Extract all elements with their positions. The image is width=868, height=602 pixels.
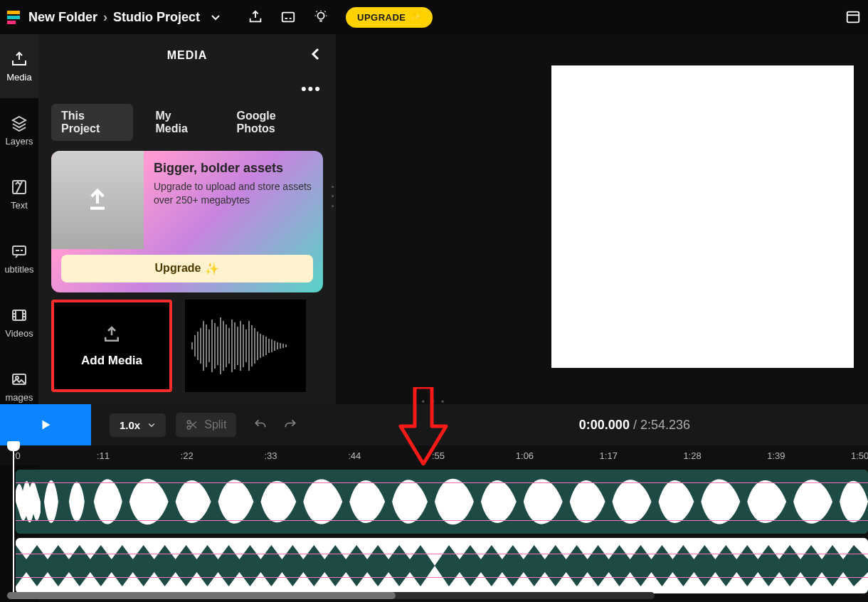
rail-label: ubtitles [4, 264, 33, 275]
app-logo [7, 11, 20, 24]
promo-thumbnail [51, 151, 144, 249]
audio-track-1[interactable] [16, 470, 868, 534]
rail-label: mages [5, 392, 33, 403]
promo-body: Upgrade to upload and store assets over … [154, 180, 313, 207]
upgrade-button[interactable]: UPGRADE ✨ [346, 7, 433, 28]
chevron-right-icon: › [103, 10, 107, 25]
breadcrumb[interactable]: New Folder › Studio Project [28, 10, 221, 25]
audio-track-2[interactable] [16, 538, 868, 593]
tab-this-project[interactable]: This Project [51, 104, 133, 141]
breadcrumb-project[interactable]: Studio Project [113, 10, 200, 25]
playback-speed[interactable]: 1.0x [110, 413, 166, 437]
chevron-down-icon[interactable] [210, 11, 221, 23]
top-actions: UPGRADE ✨ [248, 7, 433, 28]
media-tabs: This Project My Media Google Photos [38, 104, 336, 151]
time-total: 2:54.236 [640, 418, 690, 432]
panel-header: MEDIA [38, 34, 336, 77]
split-label: Split [204, 418, 226, 431]
ruler-tick: :33 [264, 450, 277, 461]
rail-item-videos[interactable]: Videos [0, 290, 38, 354]
timeline-tracks [0, 465, 868, 598]
ruler-tick: :11 [97, 450, 110, 461]
sparkle-icon: ✨ [411, 12, 422, 22]
svg-rect-0 [282, 13, 295, 22]
ruler-tick: 1:39 [767, 450, 785, 461]
ruler-tick: 1:28 [683, 450, 701, 461]
rail-label: Media [6, 72, 31, 83]
add-media-label: Add Media [81, 354, 142, 368]
time-current: 0:00.000 [579, 418, 630, 432]
sparkle-icon: ✨ [205, 262, 219, 275]
more-menu-icon[interactable]: ••• [301, 80, 322, 98]
ruler-tick: 1:06 [516, 450, 534, 461]
lightbulb-icon[interactable] [313, 9, 329, 25]
scrollbar-thumb[interactable] [7, 592, 396, 599]
upgrade-label: UPGRADE [357, 12, 406, 23]
tab-my-media[interactable]: My Media [146, 104, 214, 141]
rail-item-subtitles[interactable]: ubtitles [0, 226, 38, 290]
svg-point-43 [187, 426, 191, 430]
annotation-arrow [395, 387, 452, 465]
promo-heading: Bigger, bolder assets [154, 161, 313, 176]
media-grid: Add Media [38, 300, 336, 392]
rail-label: Videos [5, 328, 33, 339]
export-icon[interactable] [248, 9, 263, 25]
ruler-tick: :22 [181, 450, 194, 461]
ruler-tick: 1:50 [851, 450, 868, 461]
add-media-tile[interactable]: Add Media [51, 300, 172, 392]
ruler-tick: :44 [348, 450, 361, 461]
upgrade-promo: Bigger, bolder assets Upgrade to upload … [51, 151, 323, 292]
collapse-icon[interactable] [309, 47, 323, 61]
redo-icon[interactable] [283, 418, 297, 432]
rail-item-media[interactable]: Media [0, 34, 38, 98]
split-button[interactable]: Split [176, 413, 236, 437]
top-bar: New Folder › Studio Project UPGRADE ✨ [0, 0, 868, 34]
panel-resize-handle[interactable] [330, 182, 336, 211]
svg-rect-2 [847, 12, 859, 23]
svg-point-42 [187, 421, 191, 424]
tab-google-photos[interactable]: Google Photos [227, 104, 323, 141]
rail-label: Layers [5, 136, 33, 147]
caption-icon[interactable] [280, 9, 296, 25]
horizontal-scrollbar[interactable] [7, 592, 655, 599]
timecode: 0:00.000 / 2:54.236 [579, 418, 690, 433]
undo-icon[interactable] [253, 418, 268, 432]
panel-title: MEDIA [167, 49, 208, 62]
play-button[interactable] [0, 404, 91, 445]
panel-icon[interactable] [845, 9, 861, 25]
audio-thumbnail[interactable] [185, 300, 306, 392]
rail-item-layers[interactable]: Layers [0, 98, 38, 162]
ruler-tick: 1:17 [600, 450, 618, 461]
svg-rect-5 [13, 310, 26, 320]
media-panel: MEDIA ••• This Project My Media Google P… [38, 34, 336, 404]
preview-canvas[interactable] [551, 65, 854, 368]
rail-item-text[interactable]: Text [0, 162, 38, 226]
promo-upgrade-label: Upgrade [155, 262, 201, 275]
svg-point-1 [317, 13, 324, 19]
promo-upgrade-button[interactable]: Upgrade ✨ [61, 255, 313, 282]
breadcrumb-folder[interactable]: New Folder [28, 10, 97, 25]
rail-label: Text [11, 200, 28, 211]
speed-label: 1.0x [120, 419, 140, 431]
